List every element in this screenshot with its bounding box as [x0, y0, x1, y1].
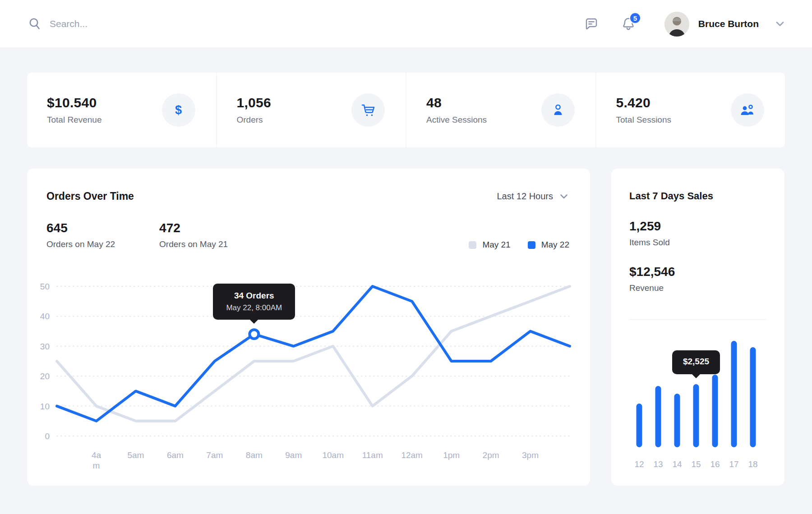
sales-bar-chart-area[interactable]: 12131415161718 $2,525 [611, 326, 784, 475]
stat-card-active-sessions: 48 Active Sessions [406, 73, 595, 147]
stats-row: $10.540 Total Revenue $ 1,056 Orders [27, 73, 785, 147]
top-bar: 5 Bruce Burton [0, 0, 812, 48]
stat-value: 645 [46, 221, 115, 235]
search-input[interactable] [50, 18, 275, 29]
search-icon [28, 17, 42, 31]
orders-chart-title: Orders Over Time [46, 190, 134, 202]
orders-stat-may21: 472 Orders on May 21 [159, 221, 228, 249]
stat-value: $12,546 [629, 265, 766, 279]
stat-label: Orders on May 21 [159, 239, 228, 249]
svg-text:40: 40 [40, 312, 50, 321]
stat-label: Items Sold [629, 238, 766, 248]
users-icon [731, 93, 764, 127]
svg-text:12am: 12am [401, 450, 423, 460]
items-sold-stat: 1,259 Items Sold [629, 219, 766, 248]
svg-text:14: 14 [672, 459, 682, 469]
svg-text:17: 17 [729, 459, 738, 469]
orders-over-time-card: Orders Over Time Last 12 Hours 645 Order… [27, 169, 590, 486]
stat-label: Total Sessions [616, 115, 672, 125]
stat-value: 5.420 [616, 95, 672, 110]
user-name: Bruce Burton [698, 18, 759, 29]
svg-text:13: 13 [653, 459, 663, 469]
chat-button[interactable] [583, 16, 600, 32]
orders-line-chart-area[interactable]: 010203040504am5am6am7am8am9am10am11am12a… [27, 272, 590, 484]
svg-text:15: 15 [691, 459, 701, 469]
svg-text:10am: 10am [322, 450, 344, 460]
cart-icon [351, 93, 385, 127]
svg-text:2pm: 2pm [483, 450, 499, 460]
notification-badge: 5 [629, 12, 641, 24]
stat-value: 1,056 [237, 95, 272, 110]
svg-text:30: 30 [40, 342, 50, 351]
svg-text:50: 50 [40, 282, 50, 291]
time-range-label: Last 12 Hours [497, 191, 553, 202]
chart-tooltip: 34 Orders May 22, 8:00AM [213, 284, 295, 320]
divider [629, 319, 766, 320]
top-bar-actions: 5 Bruce Burton [583, 12, 786, 37]
avatar[interactable] [664, 12, 689, 37]
dashboard-page: 5 Bruce Burton $10.540 Total Revenue [0, 0, 812, 514]
legend-item-may21[interactable]: May 21 [469, 240, 510, 250]
notifications-button[interactable]: 5 [620, 16, 637, 32]
dollar-icon: $ [162, 93, 195, 127]
legend-item-may22[interactable]: May 22 [528, 240, 569, 250]
chevron-down-icon[interactable] [774, 18, 786, 30]
legend-label: May 21 [482, 240, 510, 250]
svg-text:1pm: 1pm [443, 450, 460, 460]
stat-card-orders: 1,056 Orders [217, 73, 406, 147]
svg-text:12: 12 [634, 459, 644, 469]
stat-value: $10.540 [47, 95, 102, 110]
orders-stat-may22: 645 Orders on May 22 [46, 221, 115, 249]
last-7-days-sales-card: Last 7 Days Sales 1,259 Items Sold $12,5… [611, 169, 784, 486]
stat-value: 48 [426, 95, 487, 110]
user-icon [541, 93, 575, 127]
stat-card-total-sessions: 5.420 Total Sessions [596, 73, 785, 147]
sales-panel-title: Last 7 Days Sales [629, 190, 766, 202]
svg-text:18: 18 [748, 459, 757, 469]
svg-text:0: 0 [45, 431, 50, 441]
svg-text:10: 10 [40, 402, 50, 411]
chevron-down-icon [558, 191, 569, 202]
stat-label: Orders on May 22 [46, 239, 115, 249]
svg-text:9am: 9am [285, 450, 302, 460]
legend-label: May 22 [541, 240, 569, 250]
svg-text:8am: 8am [246, 450, 263, 460]
chart-legend: May 21 May 22 [469, 240, 569, 250]
svg-text:20: 20 [40, 372, 50, 381]
legend-swatch [469, 241, 476, 249]
tooltip-value: $2,525 [672, 357, 720, 367]
sales-bar-chart: 12131415161718 [611, 326, 784, 475]
orders-line-chart: 010203040504am5am6am7am8am9am10am11am12a… [27, 272, 590, 484]
stat-value: 472 [159, 221, 228, 235]
tooltip-value: 34 Orders [213, 291, 295, 301]
stat-card-total-revenue: $10.540 Total Revenue $ [27, 73, 216, 147]
svg-text:4am: 4am [92, 450, 102, 470]
chart-tooltip: $2,525 [672, 350, 720, 374]
svg-text:16: 16 [710, 459, 720, 469]
legend-swatch [528, 241, 535, 249]
svg-text:3pm: 3pm [522, 450, 539, 460]
stat-value: 1,259 [629, 219, 766, 234]
search-bar [28, 17, 583, 31]
stat-label: Revenue [629, 283, 766, 293]
svg-text:7am: 7am [206, 450, 223, 460]
stat-label: Active Sessions [426, 115, 487, 125]
svg-text:11am: 11am [362, 450, 383, 460]
tooltip-date: May 22, 8:00AM [213, 303, 295, 312]
chat-icon [584, 16, 599, 32]
svg-text:5am: 5am [127, 450, 144, 460]
svg-text:6am: 6am [167, 450, 184, 460]
stat-label: Orders [237, 115, 272, 125]
time-range-dropdown[interactable]: Last 12 Hours [497, 191, 569, 202]
revenue-stat: $12,546 Revenue [629, 265, 766, 293]
stat-label: Total Revenue [47, 115, 102, 125]
